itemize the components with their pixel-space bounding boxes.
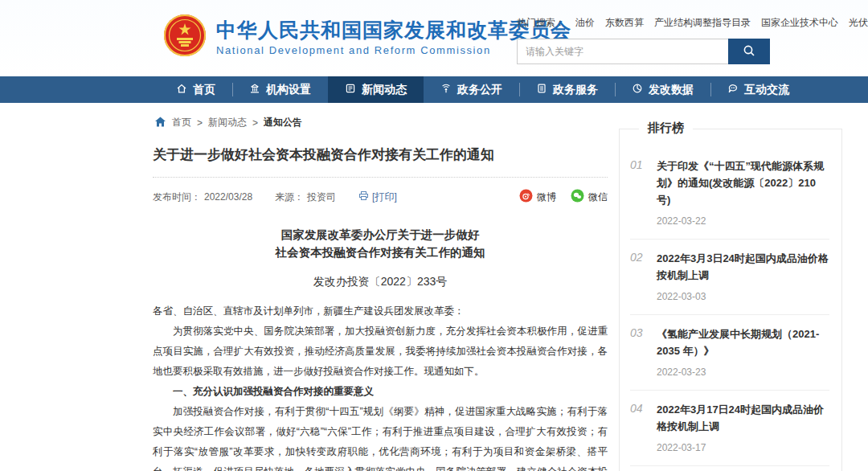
site-header: 中华人民共和国国家发展和改革委员会 National Development a… [0,0,868,76]
ranking-date: 2022-03-22 [657,215,829,227]
title-separator [153,177,608,178]
breadcrumb-item-home[interactable]: 首页 [172,116,191,129]
hot-search-link[interactable]: 油价 [575,16,595,30]
nav-item-news[interactable]: 新闻动态 [328,76,424,103]
breadcrumb-separator: > [197,117,203,129]
share-weibo-button[interactable]: 微博 [519,189,556,205]
rank-number: 02 [630,250,648,302]
broadcast-icon [440,83,452,96]
printer-icon [358,190,369,203]
list-item: 04 2022年3月17日24时起国内成品油价格按机制上调 2022-03-17 [630,391,829,466]
search-button[interactable] [728,39,770,64]
nav-item-disclosure[interactable]: 政务公开 [424,76,519,103]
ranking-link[interactable]: 2022年3月17日24时起国内成品油价格按机制上调 [657,401,829,435]
ranking-title: 排行榜 [639,121,693,136]
national-emblem-icon [163,14,207,60]
source-value: 投资司 [307,190,336,204]
document-heading: 国家发展改革委办公厅关于进一步做好 社会资本投融资合作对接有关工作的通知 [153,226,608,261]
hot-search-link[interactable]: 国家企业技术中心 [761,16,838,30]
wechat-icon [571,189,584,205]
pie-chart-icon [632,83,643,96]
hot-search-bar: 热门搜索： 油价 东数西算 产业结构调整指导目录 国家企业技术中心 光伏 [517,16,782,30]
publish-time-value: 2022/03/28 [204,191,252,203]
document-number: 发改办投资〔2022〕233号 [153,275,608,289]
hot-search-link[interactable]: 东数西算 [605,16,644,30]
main-nav: 首页 机构设置 新闻动态 政务公开 政务服务 发改数据 互动交流 [0,76,868,103]
nav-item-services[interactable]: 政务服务 [519,76,615,103]
sidebar: 排行榜 01 关于印发《“十四五”现代能源体系规划》的通知(发改能源〔2022〕… [619,111,842,471]
ranking-link[interactable]: 2022年3月3日24时起国内成品油价格按机制上调 [657,250,829,284]
list-item: 01 关于印发《“十四五”现代能源体系规划》的通知(发改能源〔2022〕210号… [630,147,829,240]
nav-item-home[interactable]: 首页 [159,76,232,103]
breadcrumb-item-notices: 通知公告 [264,116,302,129]
paragraph: 加强投融资合作对接，有利于贯彻“十四五”规划《纲要》精神，促进国家重大战略实施；… [153,402,608,471]
hot-search-label: 热门搜索： [517,16,565,30]
nav-item-data[interactable]: 发改数据 [615,76,710,103]
hot-search-link[interactable]: 产业结构调整指导目录 [654,16,751,30]
salutation: 各省、自治区、直辖市及计划单列市，新疆生产建设兵团发展改革委： [153,301,608,322]
source-label: 来源： [275,190,304,204]
breadcrumb-home-icon [154,117,166,129]
rank-number: 01 [630,158,648,227]
article-body: 各省、自治区、直辖市及计划单列市，新疆生产建设兵团发展改革委： 为贯彻落实党中央… [153,301,608,471]
institution-icon [249,83,260,96]
article-meta: 发布时间： 2022/03/28 来源： 投资司 [打印] 微博 [153,189,608,205]
rank-number: 04 [630,401,648,453]
list-item: 05 重磅！国家发展改革委负责同志回应经济社会热点问题 2022-03-07 [630,466,829,471]
news-icon [345,83,356,96]
breadcrumb-separator: > [252,117,258,129]
document-icon [536,83,547,96]
share-wechat-button[interactable]: 微信 [571,189,608,205]
brand: 中华人民共和国国家发展和改革委员会 National Development a… [163,14,571,60]
chat-bubble-icon [727,83,739,96]
nav-item-interaction[interactable]: 互动交流 [710,76,806,103]
search-input[interactable] [517,39,728,64]
paragraph: 为贯彻落实党中央、国务院决策部署，加大投融资创新力度，充分发挥社会资本积极作用，… [153,322,608,382]
ranking-date: 2022-03-23 [657,367,829,378]
ranking-link[interactable]: 关于印发《“十四五”现代能源体系规划》的通知(发改能源〔2022〕210号) [657,158,829,208]
weibo-icon [519,189,533,205]
list-item: 02 2022年3月3日24时起国内成品油价格按机制上调 2022-03-03 [630,240,829,315]
breadcrumb: 首页 > 新闻动态 > 通知公告 [154,116,608,129]
ranking-panel: 排行榜 01 关于印发《“十四五”现代能源体系规划》的通知(发改能源〔2022〕… [619,129,842,471]
breadcrumb-item-news[interactable]: 新闻动态 [208,116,247,129]
publish-time-label: 发布时间： [153,190,201,204]
list-item: 03 《氢能产业发展中长期规划（2021-2035 年）》 2022-03-23 [630,315,829,391]
page-title: 关于进一步做好社会资本投融资合作对接有关工作的通知 [153,145,608,164]
nav-item-organization[interactable]: 机构设置 [232,76,328,103]
ranking-link[interactable]: 《氢能产业发展中长期规划（2021-2035 年）》 [657,326,829,359]
print-button[interactable]: [打印] [358,190,397,204]
hot-search-link[interactable]: 光伏 [849,16,868,30]
rank-number: 03 [630,326,648,378]
home-icon [176,83,187,96]
ranking-date: 2022-03-03 [657,291,829,302]
section-heading-1: 一、充分认识加强投融资合作对接的重要意义 [153,382,608,402]
search-icon [743,44,755,59]
ranking-date: 2022-03-17 [657,442,829,453]
